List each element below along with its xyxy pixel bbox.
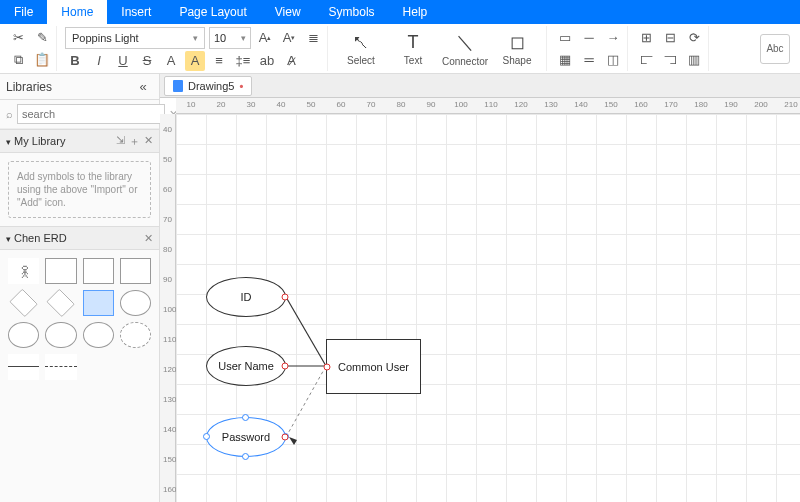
fill-color-icon[interactable]: ▦ — [555, 50, 575, 70]
paste-icon[interactable]: 📋 — [32, 50, 52, 70]
close-section-icon[interactable]: ✕ — [144, 134, 153, 149]
shape-ellipse3[interactable] — [45, 322, 76, 348]
search-input[interactable] — [17, 104, 165, 124]
sidebar-title: Libraries — [6, 80, 52, 94]
canvas-area: Drawing5 • 10203040506070809010011012013… — [160, 74, 800, 502]
svg-line-2 — [286, 366, 326, 437]
search-icon: ⌕ — [6, 108, 13, 120]
fill-icon[interactable]: ▭ — [555, 28, 575, 48]
shape-palette: 🯅 — [0, 250, 159, 388]
strike-icon[interactable]: S — [137, 51, 157, 71]
document-tab-label: Drawing5 — [188, 80, 234, 92]
arrange-icon[interactable]: ▥ — [684, 50, 704, 70]
ruler-vertical: 405060708090100110120130140150160170 — [160, 114, 176, 502]
align-icon[interactable]: ≡ — [209, 51, 229, 71]
shape-line1[interactable] — [8, 354, 39, 380]
collapse-sidebar-icon[interactable]: « — [133, 77, 153, 97]
tool-connector[interactable]: ＼Connector — [440, 26, 490, 71]
shape-ellipse4[interactable] — [83, 322, 114, 348]
tool-select[interactable]: ⭦Select — [336, 26, 386, 71]
canvas[interactable]: ID User Name Password Common User — [176, 114, 800, 502]
document-icon — [173, 80, 183, 92]
font-size-select[interactable]: 10▾ — [209, 27, 251, 49]
bold-icon[interactable]: B — [65, 51, 85, 71]
shape-diamond1[interactable] — [9, 289, 37, 317]
menu-symbols[interactable]: Symbols — [315, 0, 389, 24]
tool-text[interactable]: TText — [388, 26, 438, 71]
document-tab[interactable]: Drawing5 • — [164, 76, 252, 96]
line-spacing-icon[interactable]: ‡≡ — [233, 51, 253, 71]
shape-rect3[interactable] — [120, 258, 151, 284]
menu-home[interactable]: Home — [47, 0, 107, 24]
tool-shape[interactable]: ◻Shape — [492, 26, 542, 71]
close-chen-icon[interactable]: ✕ — [144, 232, 153, 245]
arrow-style-icon[interactable]: → — [603, 28, 623, 48]
menu-view[interactable]: View — [261, 0, 315, 24]
menu-file[interactable]: File — [0, 0, 47, 24]
menu-bar: File Home Insert Page Layout View Symbol… — [0, 0, 800, 24]
my-library-title: My Library — [14, 135, 65, 147]
highlight-icon[interactable]: A — [185, 51, 205, 71]
node-common-user[interactable]: Common User — [326, 339, 421, 394]
ruler-horizontal: 1020304050607080901001101201301401501601… — [176, 98, 800, 114]
clear-format-icon[interactable]: A̷ — [281, 51, 301, 71]
ungroup-icon[interactable]: ⊟ — [660, 28, 680, 48]
library-hint: Add symbols to the library using the abo… — [8, 161, 151, 218]
import-icon[interactable]: ⇲ — [116, 134, 125, 149]
ribbon: ✂ ✎ ⧉ 📋 Poppins Light▾ 10▾ A▴ A▾ ≣ B I U… — [0, 24, 800, 74]
node-id[interactable]: ID — [206, 277, 286, 317]
copy-icon[interactable]: ⧉ — [8, 50, 28, 70]
distribute-icon[interactable]: ⫎ — [660, 50, 680, 70]
rotate-icon[interactable]: ⟳ — [684, 28, 704, 48]
sidebar: Libraries « ⌕ ✕ ▾ My Library ⇲ ＋ ✕ Add s… — [0, 74, 160, 502]
line-style-icon[interactable]: ─ — [579, 28, 599, 48]
shape-cloud[interactable] — [120, 322, 151, 348]
increase-font-icon[interactable]: A▴ — [255, 28, 275, 48]
shape-ellipse2[interactable] — [8, 322, 39, 348]
shape-rect-selected[interactable] — [83, 290, 114, 316]
node-password[interactable]: Password — [206, 417, 286, 457]
menu-insert[interactable]: Insert — [107, 0, 165, 24]
underline-icon[interactable]: U — [113, 51, 133, 71]
text-direction-icon[interactable]: ab — [257, 51, 277, 71]
add-icon[interactable]: ＋ — [129, 134, 140, 149]
menu-help[interactable]: Help — [389, 0, 442, 24]
shape-line2[interactable] — [45, 354, 76, 380]
svg-line-0 — [286, 297, 326, 366]
shape-rect1[interactable] — [45, 258, 76, 284]
format-painter-icon[interactable]: ✎ — [32, 28, 52, 48]
group-icon[interactable]: ⊞ — [636, 28, 656, 48]
font-color-icon[interactable]: A — [161, 51, 181, 71]
cut-icon[interactable]: ✂ — [8, 28, 28, 48]
bullets-icon[interactable]: ≣ — [303, 28, 323, 48]
align-objects-icon[interactable]: ⫍ — [636, 50, 656, 70]
theme-preview[interactable]: Abc — [760, 34, 790, 64]
italic-icon[interactable]: I — [89, 51, 109, 71]
shape-ellipse1[interactable] — [120, 290, 151, 316]
font-select[interactable]: Poppins Light▾ — [65, 27, 205, 49]
node-user-name[interactable]: User Name — [206, 346, 286, 386]
unsaved-indicator: • — [239, 80, 243, 92]
menu-page-layout[interactable]: Page Layout — [165, 0, 260, 24]
shape-diamond2[interactable] — [47, 289, 75, 317]
shape-rect2[interactable] — [83, 258, 114, 284]
line-weight-icon[interactable]: ═ — [579, 50, 599, 70]
decrease-font-icon[interactable]: A▾ — [279, 28, 299, 48]
shadow-icon[interactable]: ◫ — [603, 50, 623, 70]
chen-erd-title: Chen ERD — [14, 232, 67, 244]
shape-person[interactable]: 🯅 — [8, 258, 39, 284]
